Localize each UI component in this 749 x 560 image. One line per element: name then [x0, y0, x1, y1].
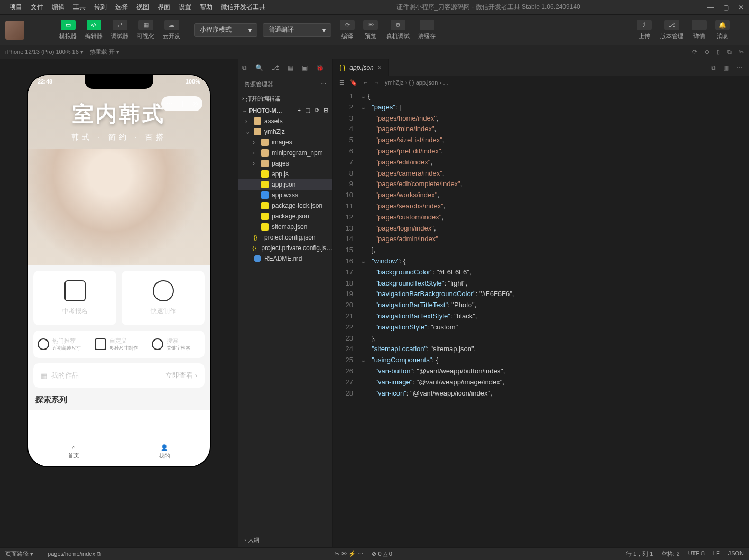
card-custom[interactable]: 自定义多种尺寸制作 — [90, 331, 147, 358]
real-device-button[interactable]: ⚙真机调试 — [383, 17, 413, 42]
tree-item-app-json[interactable]: app.json — [238, 179, 332, 190]
record-icon[interactable]: ⊙ — [705, 49, 709, 56]
extensions-icon[interactable]: ▦ — [288, 64, 293, 71]
capsule-menu[interactable]: ⋯|◎ — [161, 96, 202, 111]
details-button[interactable]: ≡详情 — [689, 17, 710, 42]
device-selector[interactable]: iPhone 12/13 (Pro) 100% 16 ▾ — [5, 49, 84, 56]
menu-view[interactable]: 视图 — [132, 3, 153, 12]
search-panel-icon[interactable]: 🔍 — [255, 64, 263, 71]
tree-item-images[interactable]: ›images — [238, 137, 332, 148]
minimize-icon[interactable]: — — [707, 4, 714, 11]
code-content[interactable]: { "pages": [ "pages/home/index", "pages/… — [368, 89, 749, 547]
tree-item-assets[interactable]: ›assets — [238, 116, 332, 126]
mode-dropdown[interactable]: 小程序模式▾ — [194, 23, 257, 37]
compile-mode-dropdown[interactable]: 普通编译▾ — [263, 23, 331, 37]
debug-icon[interactable]: 🐞 — [316, 64, 324, 71]
tree-item-app-js[interactable]: app.js — [238, 169, 332, 179]
tree-item-pages[interactable]: ›pages — [238, 158, 332, 169]
tab-close-icon[interactable]: × — [378, 64, 382, 71]
language-mode[interactable]: JSON — [728, 550, 744, 558]
messages-button[interactable]: 🔔消息 — [712, 17, 733, 42]
clear-cache-button[interactable]: ≡清缓存 — [415, 17, 439, 42]
new-folder-icon[interactable]: ▢ — [305, 107, 310, 114]
menu-devtools[interactable]: 微信开发者工具 — [217, 3, 270, 12]
card-my-works[interactable]: ▦我的作品 立即查看 › — [33, 363, 205, 388]
card-hot[interactable]: 热门推荐近期高质尺寸 — [33, 331, 90, 358]
tree-item-sitemap-json[interactable]: sitemap.json — [238, 222, 332, 232]
terminal-icon[interactable]: ▣ — [302, 64, 308, 71]
device-icon[interactable]: ▯ — [717, 49, 720, 56]
tree-item-app-wxss[interactable]: app.wxss — [238, 190, 332, 200]
tree-item-readme-md[interactable]: README.md — [238, 253, 332, 264]
capsule-target-icon[interactable]: ◎ — [192, 100, 198, 107]
indent-info[interactable]: 空格: 2 — [661, 550, 679, 558]
visualize-button[interactable]: ▦可视化 — [134, 17, 158, 42]
line-gutter: 1234567891011121314151617181920212223242… — [333, 89, 358, 547]
menu-select[interactable]: 选择 — [111, 3, 132, 12]
tab-mine[interactable]: 👤我的 — [119, 437, 210, 466]
editor-button[interactable]: ‹/›编辑器 — [82, 17, 106, 42]
bookmark-icon[interactable]: 🔖 — [350, 79, 357, 86]
cursor-position[interactable]: 行 1，列 1 — [626, 550, 653, 558]
tab-app-json[interactable]: { } app.json × — [333, 59, 389, 76]
opened-editors-header[interactable]: › 打开的编辑器 — [238, 93, 332, 105]
explorer-more-icon[interactable]: ⋯ — [320, 80, 326, 88]
outline-header[interactable]: › 大纲 — [238, 533, 332, 547]
menu-edit[interactable]: 编辑 — [48, 3, 69, 12]
page-path-value[interactable]: pages/home/index ⧉ — [42, 550, 101, 557]
menu-dots-icon[interactable]: ⋯ — [166, 100, 172, 107]
hero-model-image — [28, 149, 210, 276]
eol-info[interactable]: LF — [713, 550, 720, 558]
tree-item-miniprogram-npm[interactable]: ›miniprogram_npm — [238, 148, 332, 158]
menu-interface[interactable]: 界面 — [153, 3, 174, 12]
card-quick-make[interactable]: 快速制作 — [122, 271, 205, 325]
compile-button[interactable]: ⟳编译 — [337, 17, 358, 42]
refresh-tree-icon[interactable]: ⟳ — [315, 107, 319, 114]
layout-icon[interactable]: ▥ — [723, 64, 729, 71]
project-root[interactable]: ⌄PHOTO-M… + ▢ ⟳ ⊟ — [238, 105, 332, 116]
git-icon[interactable]: ⎇ — [272, 64, 279, 71]
code-editor[interactable]: 1234567891011121314151617181920212223242… — [333, 89, 749, 547]
copy-icon[interactable]: ⧉ — [727, 49, 732, 56]
split-icon[interactable]: ⧉ — [711, 64, 716, 71]
problems-count[interactable]: ⊘ 0 △ 0 — [372, 550, 392, 557]
refresh-icon[interactable]: ⟳ — [692, 49, 697, 56]
encoding-info[interactable]: UTF-8 — [688, 550, 705, 558]
menu-settings[interactable]: 设置 — [174, 3, 196, 12]
fold-column[interactable]: ⌄⌄⌄⌄ — [358, 89, 368, 547]
card-exam-signup[interactable]: 中考报名 — [33, 271, 116, 325]
upload-button[interactable]: ⤴上传 — [634, 17, 655, 42]
tree-item-package-lock-json[interactable]: package-lock.json — [238, 200, 332, 211]
debugger-button[interactable]: ⇄调试器 — [108, 17, 132, 42]
more-icon[interactable]: ⋯ — [736, 64, 743, 71]
cloud-button[interactable]: ☁云开发 — [160, 17, 183, 42]
tab-home[interactable]: ⌂首页 — [28, 437, 119, 466]
sim-controls[interactable]: ✂ 👁 ⚡ ⋯ — [335, 550, 363, 557]
card-search[interactable]: 搜索关键字检索 — [147, 331, 205, 358]
tree-item-project-config-json[interactable]: project.config.json — [238, 232, 332, 243]
close-icon[interactable]: ✕ — [738, 4, 744, 11]
version-button[interactable]: ⎇版本管理 — [657, 17, 687, 42]
project-avatar[interactable] — [5, 21, 24, 40]
breadcrumb-path[interactable]: ymhZjz › { } app.json › … — [385, 79, 449, 86]
menu-project[interactable]: 项目 — [5, 3, 26, 12]
forward-icon[interactable]: → — [374, 79, 380, 86]
menu-tools[interactable]: 工具 — [69, 3, 90, 12]
collapse-icon[interactable]: ⊟ — [323, 107, 328, 114]
menu-goto[interactable]: 转到 — [90, 3, 111, 12]
page-path-label[interactable]: 页面路径 ▾ — [5, 550, 33, 558]
hotreload-toggle[interactable]: 热重载 开 ▾ — [90, 48, 119, 56]
tree-item-ymhzjz[interactable]: ⌄ymhZjz — [238, 126, 332, 137]
maximize-icon[interactable]: ▢ — [723, 4, 729, 11]
simulator-button[interactable]: ▭模拟器 — [56, 17, 80, 42]
cut-icon[interactable]: ✂ — [739, 49, 744, 56]
back-icon[interactable]: ← — [363, 79, 368, 86]
list-icon[interactable]: ☰ — [339, 79, 345, 86]
tree-item-package-json[interactable]: package.json — [238, 211, 332, 222]
preview-button[interactable]: 👁预览 — [360, 17, 381, 42]
files-icon[interactable]: ⧉ — [242, 64, 247, 71]
tree-item-project-private-config-js-[interactable]: project.private.config.js… — [238, 243, 332, 253]
menu-file[interactable]: 文件 — [26, 3, 48, 12]
new-file-icon[interactable]: + — [298, 107, 301, 114]
menu-help[interactable]: 帮助 — [196, 3, 217, 12]
